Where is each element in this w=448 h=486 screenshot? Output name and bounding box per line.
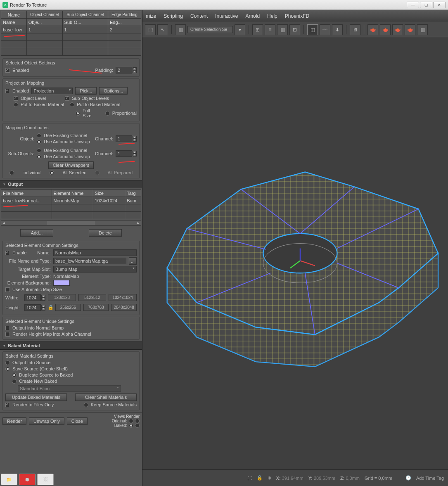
file-browse-button[interactable]: ... [129, 257, 137, 265]
target-map-slot-dropdown[interactable]: Bump Map [53, 266, 137, 273]
main-menubar[interactable]: mize Scripting Content Interactive Arnol… [142, 10, 448, 22]
size-128[interactable]: 128x128 [48, 294, 76, 301]
obj-channel-spinner[interactable]: ▲▼ [116, 135, 137, 142]
output-normal-bump-checkbox[interactable] [5, 326, 10, 330]
output-into-source-radio[interactable] [5, 360, 10, 365]
taskbar-item[interactable]: 🖼 [37, 474, 54, 485]
tool-icon[interactable]: ∿ [157, 24, 168, 35]
obj-auto-radio[interactable] [37, 140, 41, 144]
menu-customize[interactable]: mize [146, 13, 156, 19]
render-height-alpha-checkbox[interactable] [5, 332, 10, 337]
tool-icon[interactable]: ⊞ [252, 24, 263, 35]
sub-auto-radio[interactable] [37, 154, 41, 159]
size-2048[interactable]: 2048x2048 [111, 304, 137, 311]
tool-icon[interactable]: ▦ [175, 24, 186, 35]
file-name-input[interactable] [53, 258, 126, 264]
duplicate-source-radio[interactable] [12, 373, 17, 377]
projection-dropdown[interactable]: Projection [31, 88, 73, 94]
tool-icon[interactable]: ▦ [417, 24, 428, 35]
delete-button[interactable]: Delete [89, 229, 122, 237]
menu-scripting[interactable]: Scripting [164, 13, 183, 19]
menu-arnold[interactable]: Arnold [245, 13, 260, 19]
size-1024[interactable]: 1024x1024 [109, 294, 137, 301]
clear-unwrappers-button[interactable]: Clear Unwrappers [48, 161, 94, 169]
options-button[interactable]: Options... [99, 87, 128, 95]
height-spinner[interactable]: ▲▼ [24, 304, 45, 311]
maximize-button[interactable]: ▢ [420, 2, 432, 8]
snap-icon[interactable]: ⊕ [268, 475, 271, 481]
element-background-color[interactable] [53, 280, 70, 286]
isolate-icon[interactable]: ⛶ [247, 476, 252, 481]
auto-map-size-checkbox[interactable] [5, 287, 10, 292]
output-section-title[interactable]: Output [0, 180, 142, 188]
views-baked-radio[interactable] [129, 423, 133, 428]
tool-icon[interactable]: ≡ [265, 24, 275, 35]
sub-object-levels-checkbox[interactable] [65, 96, 69, 101]
baked-material-dropdown[interactable]: Standard:Blinn [18, 385, 121, 392]
menu-content[interactable]: Content [190, 13, 208, 19]
close-button[interactable]: ✕ [433, 2, 446, 8]
close-panel-button[interactable]: Close [67, 417, 88, 425]
enable-checkbox[interactable] [5, 251, 10, 255]
lock-icon[interactable]: 🔒 [48, 305, 53, 310]
views-original-radio[interactable] [129, 419, 133, 423]
all-selected-radio[interactable] [50, 171, 54, 175]
lock-icon[interactable]: 🔓 [257, 475, 263, 481]
sub-existing-radio[interactable] [37, 148, 41, 153]
menu-help[interactable]: Help [267, 13, 277, 19]
selection-set-input[interactable] [187, 26, 233, 33]
proportional-radio[interactable] [105, 111, 110, 116]
render-button[interactable]: Render [2, 417, 26, 425]
sub-channel-spinner[interactable]: ▲▼ [116, 150, 137, 157]
enabled-checkbox[interactable] [5, 68, 10, 73]
teapot-icon[interactable]: 🫖 [380, 24, 391, 35]
full-size-radio[interactable] [76, 111, 80, 116]
minimize-button[interactable]: — [407, 2, 419, 8]
objects-table[interactable]: Name Object Channel Sub-Object Channel E… [1, 11, 141, 56]
tool-icon[interactable]: ◫ [307, 24, 318, 35]
menu-interactive[interactable]: Interactive [215, 13, 238, 19]
individual-radio[interactable] [9, 171, 14, 175]
proj-enabled-checkbox[interactable] [5, 89, 10, 93]
all-prepared-radio[interactable] [95, 171, 100, 175]
width-spinner[interactable]: ▲▼ [24, 294, 45, 301]
window-title: Render To Texture [10, 2, 47, 7]
tool-icon[interactable]: ⊡ [289, 24, 300, 35]
pick-button[interactable]: Pick... [75, 87, 97, 95]
taskbar-item[interactable]: ⬢ [19, 474, 36, 485]
menu-phoenixfd[interactable]: PhoenixFD [285, 13, 309, 19]
row-name[interactable]: base_low [1, 26, 27, 33]
render-to-files-checkbox[interactable] [5, 403, 10, 407]
clear-shell-button[interactable]: Clear Shell Materials [75, 394, 137, 401]
col-name-top: Name [1, 11, 27, 19]
tool-icon[interactable]: ⬚ [145, 24, 156, 35]
taskbar-item[interactable]: 📁 [1, 474, 17, 485]
save-source-radio[interactable] [5, 367, 10, 371]
dropdown-icon[interactable]: ▾ [235, 24, 245, 35]
object-level-checkbox[interactable] [14, 96, 18, 101]
padding-spinner[interactable]: ▲▼ [116, 67, 137, 73]
element-name-input[interactable] [53, 249, 137, 256]
put-baked-radio-2[interactable] [70, 102, 74, 107]
size-768[interactable]: 768x768 [83, 304, 109, 311]
put-baked-radio-1[interactable] [14, 102, 18, 107]
teapot-icon[interactable]: 🫖 [367, 24, 378, 35]
add-time-tag[interactable]: Add Time Tag [416, 476, 444, 481]
keep-source-radio[interactable] [84, 403, 88, 407]
size-512[interactable]: 512x512 [78, 294, 107, 301]
tool-icon[interactable]: ▦ [277, 24, 288, 35]
tool-icon[interactable]: 🖥 [350, 24, 360, 35]
baked-material-section-title[interactable]: Baked Material [0, 341, 142, 350]
output-table[interactable]: File Name Element Name Size Targ base_lo… [1, 189, 141, 219]
create-new-baked-radio[interactable] [12, 379, 17, 384]
add-button[interactable]: Add... [20, 229, 53, 237]
update-baked-button[interactable]: Update Baked Materials [5, 394, 67, 401]
teapot-icon[interactable]: 🫖 [392, 24, 403, 35]
viewport-canvas[interactable] [142, 37, 448, 469]
tool-icon[interactable]: ⬇ [332, 24, 343, 35]
obj-existing-radio[interactable] [37, 133, 41, 138]
tool-icon[interactable]: 〰 [320, 24, 330, 35]
unwrap-only-button[interactable]: Unwrap Only [29, 417, 64, 425]
teapot-icon[interactable]: 🫖 [405, 24, 415, 35]
size-256[interactable]: 256x256 [55, 304, 81, 311]
